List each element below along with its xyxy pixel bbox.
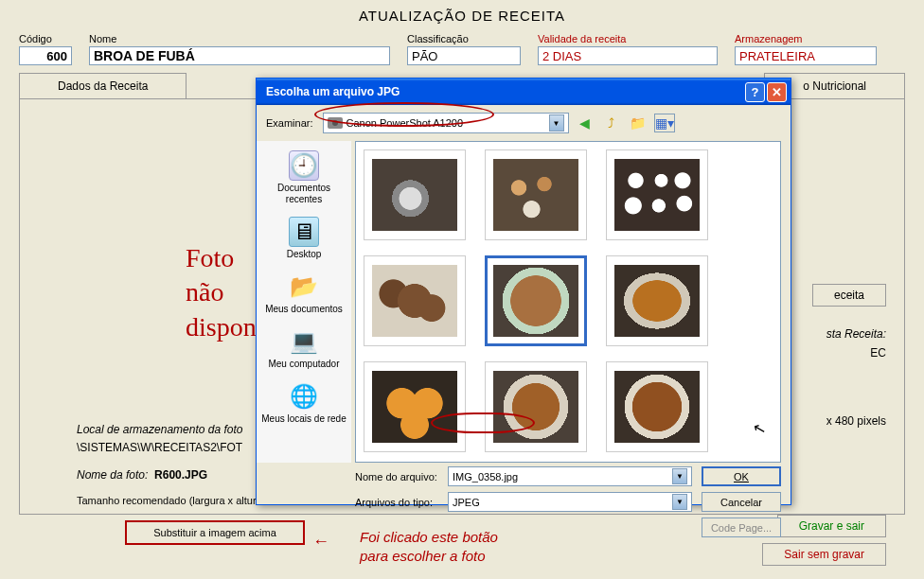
cancel-button[interactable]: Cancelar <box>702 492 781 512</box>
place-documentos-recentes[interactable]: 🕘 Documentos recentes <box>257 145 351 211</box>
storage-location-label: Local de armazenamento da foto <box>77 423 242 436</box>
help-icon[interactable]: ? <box>745 82 765 102</box>
filename-value: IMG_0358.jpg <box>453 471 518 482</box>
network-icon: 🌐 <box>289 381 319 412</box>
place-meus-locais-rede[interactable]: 🌐 Meus locais de rede <box>257 376 351 430</box>
file-thumbnail-selected[interactable] <box>485 255 587 346</box>
recent-docs-icon: 🕘 <box>289 150 319 181</box>
classificacao-input[interactable] <box>407 46 521 65</box>
camera-icon <box>328 117 343 129</box>
chevron-down-icon[interactable]: ▼ <box>672 494 687 510</box>
file-thumbnail[interactable] <box>364 255 466 346</box>
file-thumbnail[interactable] <box>364 361 466 452</box>
validade-input[interactable] <box>538 46 718 65</box>
new-folder-icon[interactable]: 📁 <box>628 113 649 133</box>
place-meu-computador[interactable]: 💻 Meu computador <box>257 321 351 376</box>
codigo-label: Código <box>19 33 72 44</box>
file-open-dialog: Escolha um arquivo JPG ? ✕ Examinar: Can… <box>256 78 791 505</box>
place-label: Meus locais de rede <box>261 413 346 425</box>
armazenagem-label: Armazenagem <box>735 33 877 44</box>
computer-icon: 💻 <box>289 326 319 357</box>
ec-value: EC <box>870 346 886 360</box>
eceita-button[interactable]: eceita <box>812 284 886 307</box>
foto-nome-label: Nome da foto: <box>77 468 148 482</box>
place-label: Desktop <box>287 249 322 260</box>
dialog-title: Escolha um arquivo JPG <box>266 85 400 98</box>
filename-label: Nome do arquivo: <box>355 471 438 482</box>
file-thumbnail[interactable] <box>606 149 708 240</box>
views-icon[interactable]: ▦▾ <box>654 114 675 132</box>
pixels-value: x 480 pixels <box>826 414 886 428</box>
place-label: Documentos recentes <box>260 183 347 205</box>
place-label: Meus documentos <box>265 304 343 315</box>
close-icon[interactable]: ✕ <box>767 82 787 102</box>
chevron-down-icon[interactable]: ▼ <box>672 468 687 484</box>
filetype-combo[interactable]: JPEG ▼ <box>448 492 692 512</box>
examinar-dropdown[interactable]: Canon PowerShot A1200 ▼ <box>323 113 569 133</box>
chevron-down-icon[interactable]: ▼ <box>549 114 564 132</box>
back-icon[interactable]: ◀ <box>575 113 595 133</box>
gravar-sair-button[interactable]: Gravar e sair <box>777 515 886 537</box>
code-page-button: Code Page... <box>702 518 781 537</box>
nome-label: Nome <box>89 33 390 44</box>
tamanho-recomendado: Tamanho recomendado (largura x altura <box>77 493 262 510</box>
tab-dados-receita[interactable]: Dados da Receita <box>19 73 187 98</box>
filename-combo[interactable]: IMG_0358.jpg ▼ <box>448 466 692 486</box>
dialog-titlebar[interactable]: Escolha um arquivo JPG ? ✕ <box>257 79 791 105</box>
sta-receita-label: sta Receita: <box>826 327 886 341</box>
dialog-toolbar: Examinar: Canon PowerShot A1200 ▼ ◀ ⤴ 📁 … <box>257 105 791 141</box>
file-thumbnail[interactable] <box>606 255 708 346</box>
page-title: ATUALIZAÇÃO DE RECEITA <box>19 8 905 24</box>
up-folder-icon[interactable]: ⤴ <box>601 113 622 133</box>
place-label: Meu computador <box>268 359 339 370</box>
classificacao-label: Classificação <box>407 33 521 44</box>
place-meus-documentos[interactable]: 📂 Meus documentos <box>257 266 351 321</box>
validade-label: Validade da receita <box>538 33 718 44</box>
examinar-label: Examinar: <box>266 117 313 129</box>
my-documents-icon: 📂 <box>289 272 319 302</box>
file-thumbnail[interactable] <box>485 361 587 452</box>
examinar-value: Canon PowerShot A1200 <box>346 117 464 129</box>
armazenagem-input[interactable] <box>735 46 877 65</box>
nome-input[interactable] <box>89 46 390 65</box>
filetype-value: JPEG <box>453 497 480 508</box>
ok-button[interactable]: OK <box>702 466 781 486</box>
header-fields: Código Nome Classificação Validade da re… <box>19 33 905 65</box>
places-bar: 🕘 Documentos recentes 🖥 Desktop 📂 Meus d… <box>257 141 351 463</box>
file-thumbnail[interactable] <box>364 149 466 240</box>
codigo-input[interactable] <box>19 46 72 65</box>
file-thumbnail[interactable] <box>606 361 708 452</box>
storage-info: Local de armazenamento da foto \SISTEMAS… <box>77 421 262 509</box>
foto-nome-value: R600.JPG <box>154 468 207 482</box>
desktop-icon: 🖥 <box>289 217 319 247</box>
place-desktop[interactable]: 🖥 Desktop <box>257 211 351 266</box>
file-thumbnail[interactable] <box>485 149 587 240</box>
storage-path: \SISTEMAS\W\RECEITAS2\FOT <box>77 439 262 457</box>
filetype-label: Arquivos do tipo: <box>355 497 438 508</box>
file-list-area[interactable] <box>355 141 781 463</box>
